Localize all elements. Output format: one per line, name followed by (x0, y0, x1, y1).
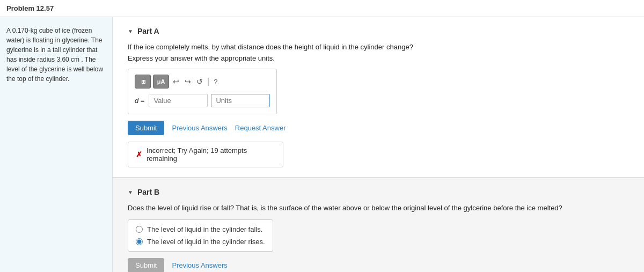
part-b-section: ▼ Part B Does the level of liquid rise o… (113, 178, 644, 272)
radio-options: The level of liquid in the cylinder fall… (128, 219, 273, 252)
d-label: d = (135, 97, 144, 105)
radio-falls-label: The level of liquid in the cylinder fall… (147, 225, 262, 233)
radio-rises-label: The level of liquid in the cylinder rise… (147, 238, 265, 246)
submit-row: Submit Previous Answers Request Answer (128, 121, 629, 135)
part-b-header: ▼ Part B (128, 188, 629, 196)
refresh-icon[interactable]: ↺ (195, 77, 204, 86)
right-panel: ▼ Part A If the ice completely melts, by… (113, 17, 644, 272)
grid-button[interactable]: ⊞ (135, 75, 151, 89)
answer-box: ⊞ μA ↩ ↪ ↺ | ? d = (128, 69, 277, 114)
radio-rises[interactable] (136, 238, 143, 245)
error-box: ✗ Incorrect; Try Again; 19 attempts rema… (128, 142, 283, 167)
part-a-express: Express your answer with the appropriate… (128, 54, 629, 62)
input-row: d = (135, 94, 270, 107)
redo-icon[interactable]: ↪ (183, 77, 193, 86)
previous-answers-link[interactable]: Previous Answers (172, 124, 227, 132)
top-bar: Problem 12.57 (0, 0, 644, 17)
toolbar: ⊞ μA ↩ ↪ ↺ | ? (135, 75, 270, 89)
part-a-header: ▼ Part A (128, 27, 629, 35)
grid-icon: ⊞ (141, 79, 145, 85)
part-a-chevron-icon: ▼ (128, 28, 133, 34)
help-icon[interactable]: ? (212, 78, 219, 86)
part-b-chevron-icon: ▼ (128, 189, 133, 195)
ha-label: μA (157, 78, 165, 85)
error-x-icon: ✗ (136, 150, 142, 159)
request-answer-link[interactable]: Request Answer (235, 124, 286, 132)
part-a-question: If the ice completely melts, by what dis… (128, 43, 629, 51)
part-b-question: Does the level of liquid rise or fall? T… (128, 204, 629, 212)
units-input[interactable] (211, 94, 270, 107)
part-b-submit-row: Submit Previous Answers (128, 258, 629, 272)
ha-button[interactable]: μA (153, 75, 169, 89)
problem-title: Problem 12.57 (6, 4, 54, 12)
value-input[interactable] (149, 94, 208, 107)
error-message: Incorrect; Try Again; 19 attempts remain… (147, 146, 275, 163)
radio-option-1[interactable]: The level of liquid in the cylinder fall… (136, 225, 265, 233)
problem-description: A 0.170-kg cube of ice (frozen water) is… (6, 27, 103, 83)
submit-button[interactable]: Submit (128, 121, 164, 135)
part-b-previous-answers-link[interactable]: Previous Answers (172, 261, 227, 269)
part-a-section: ▼ Part A If the ice completely melts, by… (113, 17, 644, 177)
part-b-submit-button[interactable]: Submit (128, 258, 164, 272)
part-b-label: Part B (137, 188, 159, 196)
part-a-label: Part A (137, 27, 159, 35)
radio-falls[interactable] (136, 226, 143, 233)
radio-option-2[interactable]: The level of liquid in the cylinder rise… (136, 238, 265, 246)
toolbar-separator: | (207, 77, 209, 86)
undo-icon[interactable]: ↩ (171, 77, 181, 86)
left-panel: A 0.170-kg cube of ice (frozen water) is… (0, 17, 113, 272)
